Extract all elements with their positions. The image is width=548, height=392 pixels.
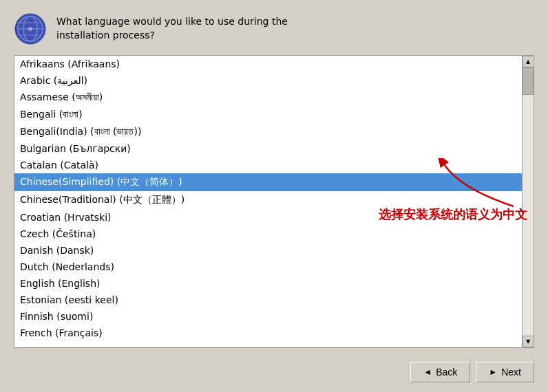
list-item[interactable]: Bengali (বাংলা) (14, 106, 522, 123)
list-item[interactable]: Bulgarian (Български) (14, 140, 522, 157)
ubuntu-logo (14, 12, 47, 45)
list-item[interactable]: English (English) (14, 275, 522, 292)
scroll-up-button[interactable]: ▲ (523, 56, 534, 67)
language-list-container: Afrikaans (Afrikaans)Arabic (العربية)Ass… (14, 55, 534, 348)
back-icon: ◄ (423, 367, 432, 377)
list-item[interactable]: Assamese (অসমীয়া) (14, 89, 522, 106)
list-item[interactable]: Chinese(Simplified) (中文（简体）) (14, 173, 522, 191)
back-button[interactable]: ◄ Back (410, 362, 470, 382)
scroll-track[interactable] (523, 67, 534, 336)
language-list[interactable]: Afrikaans (Afrikaans)Arabic (العربية)Ass… (14, 56, 522, 347)
list-item[interactable]: Bengali(India) (বাংলা (ভারত)) (14, 123, 522, 140)
list-item[interactable]: French (Français) (14, 325, 522, 341)
list-item[interactable]: Chinese(Traditional) (中文（正體）) (14, 191, 522, 209)
scroll-down-button[interactable]: ▼ (523, 336, 534, 347)
list-item[interactable]: Czech (Čeština) (14, 226, 522, 242)
main-content: Afrikaans (Afrikaans)Arabic (العربية)Ass… (0, 55, 548, 355)
next-icon: ► (489, 367, 497, 377)
list-item[interactable]: Croatian (Hrvatski) (14, 209, 522, 226)
list-item[interactable]: Finnish (suomi) (14, 308, 522, 325)
back-label: Back (436, 367, 457, 378)
header-question: What language would you like to use duri… (56, 15, 288, 42)
svg-point-6 (28, 27, 32, 31)
list-item[interactable]: Arabic (العربية) (14, 72, 522, 89)
scrollbar: ▲ ▼ (522, 56, 534, 347)
list-item[interactable]: Catalan (Català) (14, 157, 522, 173)
footer: ◄ Back ► Next (0, 355, 548, 392)
next-label: Next (501, 367, 521, 378)
list-item[interactable]: Afrikaans (Afrikaans) (14, 56, 522, 72)
scroll-thumb[interactable] (523, 67, 534, 95)
list-item[interactable]: Estonian (eesti keel) (14, 292, 522, 308)
list-item[interactable]: Danish (Dansk) (14, 242, 522, 259)
next-button[interactable]: ► Next (476, 362, 534, 382)
header: What language would you like to use duri… (0, 0, 548, 55)
list-item[interactable]: Dutch (Nederlands) (14, 259, 522, 275)
